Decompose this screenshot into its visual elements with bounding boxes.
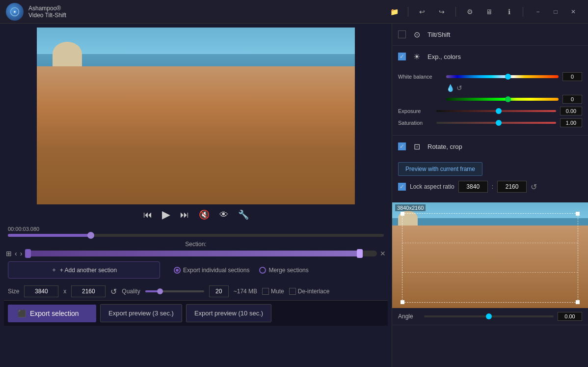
add-section-button[interactable]: ＋ + Add another section <box>8 261 160 279</box>
crop-handle-bl[interactable] <box>401 300 404 304</box>
saturation-value[interactable] <box>560 118 582 127</box>
export-merge-radio[interactable] <box>259 267 266 274</box>
progress-fill <box>8 234 91 237</box>
tilt-shift-icon: ⊙ <box>411 28 423 40</box>
crop-height-input[interactable] <box>497 181 527 193</box>
section-add-icon-button[interactable]: ⊞ <box>6 250 12 257</box>
export-individual-option[interactable]: Export individual sections <box>174 267 249 274</box>
exp-colors-header[interactable]: ✓ ☀ Exp., colors <box>392 46 588 67</box>
rotate-crop-title: Rotate, crop <box>428 143 462 150</box>
exposure-value[interactable] <box>560 107 582 115</box>
white-balance-label: White balance <box>398 74 442 80</box>
export-individual-radio[interactable] <box>174 267 181 274</box>
tool-button[interactable]: 🔧 <box>238 209 249 220</box>
export-preview-10-button[interactable]: Export preview (10 sec.) <box>186 304 271 322</box>
export-selection-label: Export selection <box>30 310 79 317</box>
export-icon: ⬛ <box>18 310 26 317</box>
exp-colors-content: White balance 💧 ↺ <box>392 67 588 135</box>
svg-point-2 <box>14 11 15 12</box>
angle-value-input[interactable] <box>558 312 582 321</box>
info-button[interactable]: ℹ <box>501 4 517 20</box>
wb-slider-2[interactable] <box>446 98 559 101</box>
exposure-track[interactable] <box>436 110 556 112</box>
export-preview-3-button[interactable]: Export preview (3 sec.) <box>100 304 182 322</box>
crop-handle-br[interactable] <box>576 300 580 304</box>
quality-thumb[interactable] <box>157 288 163 294</box>
scene-dome <box>53 42 82 66</box>
crop-width-input[interactable] <box>458 181 488 193</box>
quality-track[interactable] <box>145 290 204 292</box>
section-prev-button[interactable]: ‹ <box>15 250 17 257</box>
saturation-label: Saturation <box>398 120 432 126</box>
rotate-crop-checkbox[interactable]: ✓ <box>398 142 406 150</box>
progress-thumb[interactable] <box>87 232 94 239</box>
quality-size-approx: ~174 MB <box>234 288 257 295</box>
crop-handle-tl[interactable] <box>401 212 404 216</box>
deinterlace-label: De-interlace <box>298 288 330 295</box>
toolbar-separator-2 <box>455 7 456 17</box>
deinterlace-checkbox[interactable] <box>289 288 296 295</box>
main-area: ⏮ ▶ ⏭ 🔇 👁 🔧 00:00:03.080 Section: ⊞ ‹ › <box>0 24 588 367</box>
exposure-thumb[interactable] <box>496 108 502 114</box>
crop-reset-button[interactable]: ↺ <box>531 182 537 192</box>
tilt-shift-title: Tilt/Shift <box>428 31 450 38</box>
exp-colors-checkbox[interactable]: ✓ <box>398 53 406 60</box>
saturation-track[interactable] <box>436 122 556 124</box>
angle-track[interactable] <box>424 315 554 317</box>
section-next-button[interactable]: › <box>20 250 23 257</box>
saturation-thumb[interactable] <box>496 120 502 126</box>
wb-thumb-2[interactable] <box>505 96 511 102</box>
mute-checkbox[interactable] <box>262 288 269 295</box>
rotate-crop-header[interactable]: ✓ ⊡ Rotate, crop <box>392 136 588 157</box>
saturation-row: Saturation <box>398 118 582 127</box>
export-merge-label: Merge sections <box>268 267 308 274</box>
size-reset-button[interactable]: ↺ <box>110 287 117 296</box>
export-merge-option[interactable]: Merge sections <box>259 267 308 274</box>
eye-button[interactable]: 👁 <box>219 210 228 220</box>
section-delete-button[interactable]: ✕ <box>380 250 386 257</box>
wb-thumb-1[interactable] <box>505 74 511 80</box>
restore-button[interactable]: □ <box>547 3 564 21</box>
lock-ratio-checkbox[interactable]: ✓ <box>398 183 406 191</box>
section-thumb-left[interactable] <box>25 249 31 258</box>
angle-thumb[interactable] <box>486 313 492 319</box>
preview-size-label: 3840x2160 <box>395 204 426 211</box>
wb-reset-button[interactable]: ↺ <box>456 84 462 92</box>
step-forward-button[interactable]: ⏭ <box>180 210 189 220</box>
preview-frame-button[interactable]: Preview with current frame <box>398 162 482 176</box>
exp-colors-section: ✓ ☀ Exp., colors White balance 💧 <box>392 46 588 136</box>
close-button[interactable]: ✕ <box>564 3 582 21</box>
toolbar-controls: 📁 ↩ ↪ ⚙ 🖥 ℹ − □ ✕ <box>386 3 582 21</box>
lock-ratio-label: Lock aspect ratio <box>410 183 454 190</box>
open-folder-button[interactable]: 📁 <box>386 4 402 20</box>
quality-value-input[interactable] <box>209 285 229 297</box>
settings-button[interactable]: ⚙ <box>462 4 478 20</box>
export-preview-10-label: Export preview (10 sec.) <box>194 310 263 317</box>
wb-value-2[interactable] <box>562 95 582 104</box>
bottom-bar: ⬛ Export selection Export preview (3 sec… <box>4 300 388 326</box>
add-section-label: + Add another section <box>60 267 117 274</box>
export-selection-button[interactable]: ⬛ Export selection <box>8 305 96 322</box>
section-track[interactable] <box>25 251 377 256</box>
export-individual-label: Export individual sections <box>183 267 249 274</box>
section-thumb-right[interactable] <box>357 249 363 258</box>
wb-eyedropper-button[interactable]: 💧 <box>446 84 454 92</box>
size-height-input[interactable] <box>71 285 106 297</box>
step-back-button[interactable]: ⏮ <box>143 210 152 220</box>
mute-label: Mute <box>271 288 284 295</box>
crop-grid-overlay[interactable] <box>402 213 578 303</box>
progress-track[interactable] <box>8 234 384 237</box>
redo-button[interactable]: ↪ <box>434 4 450 20</box>
crop-handle-tr[interactable] <box>576 212 580 216</box>
undo-button[interactable]: ↩ <box>414 4 430 20</box>
play-button[interactable]: ▶ <box>162 208 170 221</box>
minimize-button[interactable]: − <box>529 3 547 21</box>
monitor-button[interactable]: 🖥 <box>481 4 497 20</box>
wb-value-1[interactable] <box>562 72 582 81</box>
volume-button[interactable]: 🔇 <box>199 209 210 220</box>
tilt-shift-checkbox[interactable] <box>398 30 406 38</box>
section-fill <box>25 251 363 256</box>
wb-slider-1[interactable] <box>446 75 559 78</box>
size-width-input[interactable] <box>24 285 58 297</box>
angle-row: Angle <box>392 308 588 325</box>
